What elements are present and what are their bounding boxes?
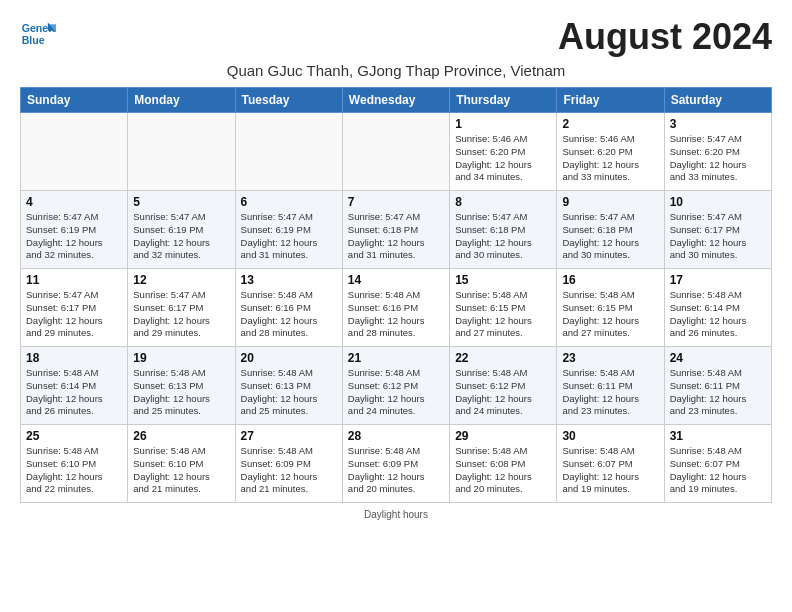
calendar-cell: 24Sunrise: 5:48 AM Sunset: 6:11 PM Dayli… <box>664 347 771 425</box>
calendar-cell: 16Sunrise: 5:48 AM Sunset: 6:15 PM Dayli… <box>557 269 664 347</box>
calendar-cell: 10Sunrise: 5:47 AM Sunset: 6:17 PM Dayli… <box>664 191 771 269</box>
calendar-cell: 1Sunrise: 5:46 AM Sunset: 6:20 PM Daylig… <box>450 113 557 191</box>
calendar-cell: 19Sunrise: 5:48 AM Sunset: 6:13 PM Dayli… <box>128 347 235 425</box>
header: General Blue August 2024 <box>20 16 772 58</box>
calendar-cell: 5Sunrise: 5:47 AM Sunset: 6:19 PM Daylig… <box>128 191 235 269</box>
logo: General Blue <box>20 16 56 52</box>
day-info: Sunrise: 5:48 AM Sunset: 6:16 PM Dayligh… <box>241 289 337 340</box>
calendar-cell: 17Sunrise: 5:48 AM Sunset: 6:14 PM Dayli… <box>664 269 771 347</box>
day-number: 15 <box>455 273 551 287</box>
calendar-week-row: 1Sunrise: 5:46 AM Sunset: 6:20 PM Daylig… <box>21 113 772 191</box>
day-info: Sunrise: 5:47 AM Sunset: 6:18 PM Dayligh… <box>562 211 658 262</box>
day-number: 17 <box>670 273 766 287</box>
day-info: Sunrise: 5:48 AM Sunset: 6:13 PM Dayligh… <box>241 367 337 418</box>
day-of-week-header: Thursday <box>450 88 557 113</box>
day-info: Sunrise: 5:48 AM Sunset: 6:10 PM Dayligh… <box>133 445 229 496</box>
calendar-cell: 11Sunrise: 5:47 AM Sunset: 6:17 PM Dayli… <box>21 269 128 347</box>
calendar-cell: 31Sunrise: 5:48 AM Sunset: 6:07 PM Dayli… <box>664 425 771 503</box>
calendar-cell: 29Sunrise: 5:48 AM Sunset: 6:08 PM Dayli… <box>450 425 557 503</box>
calendar-cell: 28Sunrise: 5:48 AM Sunset: 6:09 PM Dayli… <box>342 425 449 503</box>
day-info: Sunrise: 5:47 AM Sunset: 6:17 PM Dayligh… <box>670 211 766 262</box>
calendar-cell: 12Sunrise: 5:47 AM Sunset: 6:17 PM Dayli… <box>128 269 235 347</box>
calendar-cell <box>128 113 235 191</box>
day-info: Sunrise: 5:47 AM Sunset: 6:19 PM Dayligh… <box>241 211 337 262</box>
month-title: August 2024 <box>558 16 772 58</box>
svg-text:Blue: Blue <box>22 34 45 46</box>
day-number: 22 <box>455 351 551 365</box>
calendar-cell: 15Sunrise: 5:48 AM Sunset: 6:15 PM Dayli… <box>450 269 557 347</box>
calendar-cell: 7Sunrise: 5:47 AM Sunset: 6:18 PM Daylig… <box>342 191 449 269</box>
day-info: Sunrise: 5:47 AM Sunset: 6:17 PM Dayligh… <box>133 289 229 340</box>
day-number: 4 <box>26 195 122 209</box>
calendar-cell: 14Sunrise: 5:48 AM Sunset: 6:16 PM Dayli… <box>342 269 449 347</box>
day-info: Sunrise: 5:48 AM Sunset: 6:13 PM Dayligh… <box>133 367 229 418</box>
day-number: 20 <box>241 351 337 365</box>
calendar-week-row: 4Sunrise: 5:47 AM Sunset: 6:19 PM Daylig… <box>21 191 772 269</box>
day-number: 21 <box>348 351 444 365</box>
calendar-cell <box>342 113 449 191</box>
day-number: 6 <box>241 195 337 209</box>
day-number: 27 <box>241 429 337 443</box>
day-info: Sunrise: 5:48 AM Sunset: 6:11 PM Dayligh… <box>670 367 766 418</box>
logo-icon: General Blue <box>20 16 56 52</box>
day-info: Sunrise: 5:47 AM Sunset: 6:19 PM Dayligh… <box>133 211 229 262</box>
day-info: Sunrise: 5:47 AM Sunset: 6:18 PM Dayligh… <box>348 211 444 262</box>
day-of-week-header: Sunday <box>21 88 128 113</box>
day-number: 7 <box>348 195 444 209</box>
day-info: Sunrise: 5:48 AM Sunset: 6:11 PM Dayligh… <box>562 367 658 418</box>
calendar-cell: 27Sunrise: 5:48 AM Sunset: 6:09 PM Dayli… <box>235 425 342 503</box>
day-number: 12 <box>133 273 229 287</box>
day-info: Sunrise: 5:47 AM Sunset: 6:19 PM Dayligh… <box>26 211 122 262</box>
calendar-cell: 22Sunrise: 5:48 AM Sunset: 6:12 PM Dayli… <box>450 347 557 425</box>
calendar-cell <box>21 113 128 191</box>
day-info: Sunrise: 5:48 AM Sunset: 6:07 PM Dayligh… <box>670 445 766 496</box>
day-info: Sunrise: 5:48 AM Sunset: 6:09 PM Dayligh… <box>348 445 444 496</box>
calendar-cell: 23Sunrise: 5:48 AM Sunset: 6:11 PM Dayli… <box>557 347 664 425</box>
calendar-cell: 26Sunrise: 5:48 AM Sunset: 6:10 PM Dayli… <box>128 425 235 503</box>
day-number: 26 <box>133 429 229 443</box>
calendar-cell: 4Sunrise: 5:47 AM Sunset: 6:19 PM Daylig… <box>21 191 128 269</box>
day-info: Sunrise: 5:48 AM Sunset: 6:15 PM Dayligh… <box>562 289 658 340</box>
day-number: 5 <box>133 195 229 209</box>
calendar-subtitle: Quan GJuc Thanh, GJong Thap Province, Vi… <box>20 62 772 79</box>
calendar-cell: 30Sunrise: 5:48 AM Sunset: 6:07 PM Dayli… <box>557 425 664 503</box>
day-number: 10 <box>670 195 766 209</box>
day-number: 2 <box>562 117 658 131</box>
day-info: Sunrise: 5:47 AM Sunset: 6:18 PM Dayligh… <box>455 211 551 262</box>
calendar-cell: 21Sunrise: 5:48 AM Sunset: 6:12 PM Dayli… <box>342 347 449 425</box>
day-info: Sunrise: 5:47 AM Sunset: 6:17 PM Dayligh… <box>26 289 122 340</box>
day-info: Sunrise: 5:48 AM Sunset: 6:14 PM Dayligh… <box>26 367 122 418</box>
day-number: 30 <box>562 429 658 443</box>
day-info: Sunrise: 5:46 AM Sunset: 6:20 PM Dayligh… <box>562 133 658 184</box>
day-info: Sunrise: 5:47 AM Sunset: 6:20 PM Dayligh… <box>670 133 766 184</box>
day-of-week-header: Saturday <box>664 88 771 113</box>
day-number: 18 <box>26 351 122 365</box>
calendar-cell: 9Sunrise: 5:47 AM Sunset: 6:18 PM Daylig… <box>557 191 664 269</box>
day-info: Sunrise: 5:48 AM Sunset: 6:14 PM Dayligh… <box>670 289 766 340</box>
calendar-cell: 13Sunrise: 5:48 AM Sunset: 6:16 PM Dayli… <box>235 269 342 347</box>
day-number: 24 <box>670 351 766 365</box>
daylight-note: Daylight hours <box>20 509 772 520</box>
day-of-week-header: Monday <box>128 88 235 113</box>
day-number: 19 <box>133 351 229 365</box>
day-of-week-header: Friday <box>557 88 664 113</box>
day-number: 25 <box>26 429 122 443</box>
day-info: Sunrise: 5:48 AM Sunset: 6:12 PM Dayligh… <box>348 367 444 418</box>
day-info: Sunrise: 5:48 AM Sunset: 6:12 PM Dayligh… <box>455 367 551 418</box>
calendar-cell: 18Sunrise: 5:48 AM Sunset: 6:14 PM Dayli… <box>21 347 128 425</box>
day-info: Sunrise: 5:48 AM Sunset: 6:09 PM Dayligh… <box>241 445 337 496</box>
day-info: Sunrise: 5:48 AM Sunset: 6:16 PM Dayligh… <box>348 289 444 340</box>
calendar-header-row: SundayMondayTuesdayWednesdayThursdayFrid… <box>21 88 772 113</box>
day-info: Sunrise: 5:46 AM Sunset: 6:20 PM Dayligh… <box>455 133 551 184</box>
day-of-week-header: Tuesday <box>235 88 342 113</box>
calendar-cell: 2Sunrise: 5:46 AM Sunset: 6:20 PM Daylig… <box>557 113 664 191</box>
calendar-cell <box>235 113 342 191</box>
calendar-week-row: 11Sunrise: 5:47 AM Sunset: 6:17 PM Dayli… <box>21 269 772 347</box>
day-number: 14 <box>348 273 444 287</box>
day-number: 29 <box>455 429 551 443</box>
day-info: Sunrise: 5:48 AM Sunset: 6:07 PM Dayligh… <box>562 445 658 496</box>
day-number: 16 <box>562 273 658 287</box>
day-number: 3 <box>670 117 766 131</box>
day-number: 11 <box>26 273 122 287</box>
day-of-week-header: Wednesday <box>342 88 449 113</box>
